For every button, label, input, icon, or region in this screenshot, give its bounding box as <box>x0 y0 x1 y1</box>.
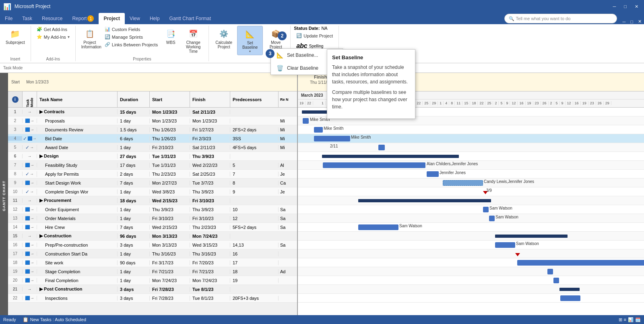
manage-sprints-button[interactable]: 🔄Manage Sprints <box>102 33 160 40</box>
start-date: Mon 1/23/23 <box>26 80 49 84</box>
table-row[interactable]: 14 🟦→ Hire Crew 7 days Wed 2/15/23 Thu 2… <box>8 223 297 232</box>
table-row[interactable]: 19 🟦→ Stage Completion 1 day Fri 7/21/23… <box>8 267 297 276</box>
table-row[interactable]: 7 🟦→ Feasibility Study 17 days Tue 1/31/… <box>8 161 297 170</box>
set-baseline-button[interactable]: 📐 Set Baseline ▾ <box>237 26 263 55</box>
gantt-bar-row <box>298 232 644 241</box>
status-bar: Ready 📋 New Tasks : Auto Scheduled ⊞≡📊🗓️ <box>0 315 644 324</box>
tooltip-title: Set Baseline <box>332 54 410 60</box>
tab-file[interactable]: File <box>0 13 17 24</box>
tab-view[interactable]: View <box>125 13 145 24</box>
task-table: Start Mon 1/23/23 i Task Mode Task Name … <box>8 73 298 319</box>
ribbon-group-properties: 📋 Project Information 📊Custom Fields 🔄Ma… <box>76 26 209 61</box>
col-header-name[interactable]: Task Name <box>37 91 118 107</box>
table-row[interactable]: 3 🟦→ Documents Review 1.5 days Thu 1/26/… <box>8 125 297 134</box>
subproject-button[interactable]: 📁 Subproject <box>3 26 27 46</box>
update-project-button[interactable]: 🔃 Update Project <box>294 32 335 39</box>
status-date-label: Status Date: <box>294 26 320 31</box>
col-header-info: i <box>8 91 23 107</box>
clear-baseline-item-icon: 🗑️ <box>276 64 284 72</box>
set-baseline-item-icon: 📐 <box>276 51 284 59</box>
table-row[interactable]: 11 → ▶ Procurement 18 days Wed 2/15/23 F… <box>8 196 297 205</box>
tab-gantt-chart-format[interactable]: Gantt Chart Format <box>165 13 216 24</box>
properties-label: Properties <box>133 57 151 61</box>
search-icon: 🔍 <box>509 16 514 21</box>
ribbon-group-addins: 🧩 Get Add-Ins ⭐ My Add-Ins ▾ Add-Ins <box>31 26 76 61</box>
gantt-rows: Mike Smith Mike Smith Mike Smith Mike Sm… <box>298 108 644 303</box>
wbs-button[interactable]: 📑 WBS <box>162 26 180 46</box>
table-row[interactable]: 13 🟦→ Order Materials 1 day Fri 3/10/23 … <box>8 214 297 223</box>
table-row[interactable]: 15 → ▶ Construction 96 days Mon 3/13/23 … <box>8 232 297 241</box>
gantt-side-label: GANTT CHART <box>0 73 8 319</box>
table-row[interactable]: 2 🟦→ Proposals 1 day Mon 1/23/23 Mon 1/2… <box>8 116 297 125</box>
gantt-bar-row: Alan Childers,Jennifer Jones <box>298 161 644 170</box>
col-header-predecessors[interactable]: Predecessors <box>230 91 279 107</box>
view-icons[interactable]: ⊞≡📊🗓️ <box>619 317 641 322</box>
step-badge-2: 2 <box>278 31 287 40</box>
col-header-duration[interactable]: Duration <box>118 91 150 107</box>
table-row[interactable]: 10 ✓→ Complete Design Wor 1 day Wed 3/8/… <box>8 187 297 196</box>
status-date-value: NA <box>321 26 327 31</box>
table-row[interactable]: 8 ✓→ Apply for Permits 2 days Thu 2/23/2… <box>8 170 297 179</box>
project-info-button[interactable]: 📋 Project Information <box>79 26 101 51</box>
change-working-button[interactable]: 📅 Change Working Time <box>181 26 205 55</box>
table-row[interactable]: 9 🟦→ Start Design Work 7 days Mon 2/27/2… <box>8 179 297 187</box>
tab-resource[interactable]: Resource <box>37 13 67 24</box>
table-column-headers: i Task Mode Task Name Duration Start Fin… <box>8 91 297 108</box>
gantt-bar-row: Candy Lewis,Jennifer Jones <box>298 179 644 187</box>
table-row[interactable]: 22 🟦→ Inspections 3 days Fri 7/28/23 Tue… <box>8 294 297 303</box>
main-area: GANTT CHART Start Mon 1/23/23 i Task Mod… <box>0 73 644 319</box>
gantt-bar-row: 2/11 <box>298 143 644 152</box>
col-header-resources[interactable]: Re N <box>279 91 298 107</box>
col-header-finish[interactable]: Finish <box>190 91 230 107</box>
tab-report[interactable]: Report 1 <box>67 13 99 24</box>
addins-label: Add-Ins <box>46 57 60 61</box>
ribbon-tabs: File Task Resource Report 1 Project View… <box>0 13 644 24</box>
table-row[interactable]: 17 🟦→ Construction Start Da 1 day Thu 3/… <box>8 249 297 258</box>
app-icon: 📊 <box>3 3 11 10</box>
col-header-start[interactable]: Start <box>150 91 190 107</box>
gantt-bar-row <box>298 196 644 205</box>
table-row[interactable]: 20 🟦→ Final Completion 1 day Mon 7/24/23… <box>8 276 297 285</box>
calculate-project-button[interactable]: ⚙️ Calculate Project <box>212 26 235 51</box>
table-row[interactable]: 1 → ▶ Contracts 15 days Mon 1/23/23 Sat … <box>8 108 297 116</box>
table-row[interactable]: 4 ✓🟦→ Bid Date 6 days Thu 1/26/23 Fri 2/… <box>8 134 297 143</box>
table-row[interactable]: 6 → ▶ Design 27 days Tue 1/31/23 Thu 3/9… <box>8 152 297 161</box>
tab-help[interactable]: Help <box>145 13 165 24</box>
window-close[interactable]: ✕ <box>636 19 644 24</box>
col-header-mode: Task Mode <box>23 91 37 107</box>
get-addins-button[interactable]: 🧩 Get Add-Ins <box>34 26 70 33</box>
table-row[interactable]: 12 🟦→ Order Equipment 1 day Thu 3/9/23 T… <box>8 205 297 214</box>
search-bar[interactable]: 🔍 Tell me what you want to do <box>504 14 617 23</box>
step-badge-3: 3 <box>266 49 275 58</box>
tab-task[interactable]: Task <box>17 13 37 24</box>
table-row[interactable]: 16 🟦→ Prep/Pre-construction 3 days Mon 3… <box>8 241 297 249</box>
insert-label: Insert <box>10 57 20 61</box>
gantt-bar-row: Sam Watson <box>298 205 644 214</box>
tab-project[interactable]: Project <box>99 13 125 24</box>
ready-status: Ready <box>3 317 16 322</box>
gantt-bar-row <box>298 276 644 285</box>
tooltip-text1: Take a snapshot of your schedule that in… <box>332 64 410 85</box>
gantt-bar-row: Sam Watson <box>298 241 644 249</box>
timeline-header: Start Mon 1/23/23 <box>8 73 297 91</box>
links-between-button[interactable]: 🔗Links Between Projects <box>102 41 160 48</box>
window-minimize[interactable]: ─ <box>620 19 628 24</box>
gantt-bar-row <box>298 294 644 303</box>
my-addins-button[interactable]: ⭐ My Add-Ins ▾ <box>34 33 72 40</box>
gantt-bar-row <box>298 249 644 258</box>
tooltip-panel: Set Baseline Take a snapshot of your sch… <box>327 49 415 119</box>
table-row[interactable]: 18 🟦→ Site work 90 days Fri 3/17/23 Fri … <box>8 258 297 267</box>
task-mode-status: 📋 New Tasks : Auto Scheduled <box>23 317 86 322</box>
title-bar: 📊 Microsoft Project ─ □ ✕ <box>0 0 644 13</box>
minimize-button[interactable]: ─ <box>611 4 619 9</box>
gantt-bar-row: 3/9 <box>298 187 644 196</box>
table-row[interactable]: 5 ✓→ Award Date 1 day Fri 2/10/23 Sat 2/… <box>8 143 297 152</box>
gantt-bar-row <box>298 267 644 276</box>
window-restore[interactable]: □ <box>628 19 636 24</box>
close-button[interactable]: ✕ <box>632 4 641 9</box>
custom-fields-button[interactable]: 📊Custom Fields <box>102 26 160 33</box>
search-placeholder: Tell me what you want to do <box>516 16 571 21</box>
table-row[interactable]: 21 → ▶ Post Construction 3 days Fri 7/28… <box>8 285 297 294</box>
gantt-bar-row: Mike Smith <box>298 125 644 134</box>
restore-button[interactable]: □ <box>621 4 629 9</box>
